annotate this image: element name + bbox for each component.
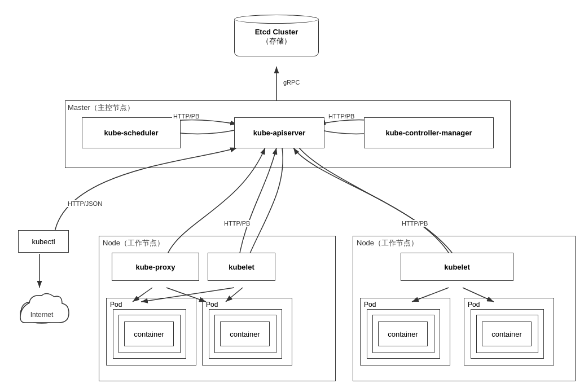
etcd-cylinder-top (234, 15, 319, 24)
httpb-label-node2: HTTP/PB (401, 220, 429, 227)
internet-cloud: Internet (12, 282, 72, 327)
pod3-container: container (378, 321, 428, 346)
pod4-container-label: container (491, 330, 521, 338)
kubectl-box: kubectl (18, 230, 69, 253)
kubelet-node2: kubelet (401, 253, 513, 281)
pod1-container: container (124, 321, 174, 346)
httpb-label-node1: HTTP/PB (223, 220, 251, 227)
pod4-label: Pod (468, 301, 480, 309)
pod1-container-label: container (134, 330, 164, 338)
pod2-label: Pod (206, 301, 218, 309)
grpc-label: gRPC (282, 79, 301, 86)
kube-apiserver: kube-apiserver (234, 117, 324, 148)
pod4-container: container (482, 321, 532, 346)
pod2-container: container (220, 321, 270, 346)
kubelet-node1: kubelet (208, 253, 275, 281)
pod1-label: Pod (110, 301, 122, 309)
kube-scheduler: kube-scheduler (82, 117, 181, 148)
httpb-label-right: HTTP/PB (327, 113, 355, 120)
httpb-label-left: HTTP/PB (172, 113, 200, 120)
http-json-label: HTTP/JSON (67, 200, 103, 207)
kube-proxy: kube-proxy (112, 253, 199, 281)
pod3-container-label: container (388, 330, 418, 338)
pod3-label: Pod (364, 301, 376, 309)
architecture-diagram: Etcd Cluster （存储） gRPC Master（主控节点） kube… (0, 0, 584, 392)
pod2-container-label: container (230, 330, 260, 338)
etcd-label: Etcd Cluster (255, 28, 298, 36)
svg-text:Internet: Internet (30, 311, 54, 319)
etcd-sublabel: （存储） (255, 36, 298, 46)
node2-label: Node（工作节点） (357, 238, 418, 248)
master-label: Master（主控节点） (68, 103, 134, 113)
kube-controller-manager: kube-controller-manager (364, 117, 494, 148)
node1-label: Node（工作节点） (103, 238, 164, 248)
